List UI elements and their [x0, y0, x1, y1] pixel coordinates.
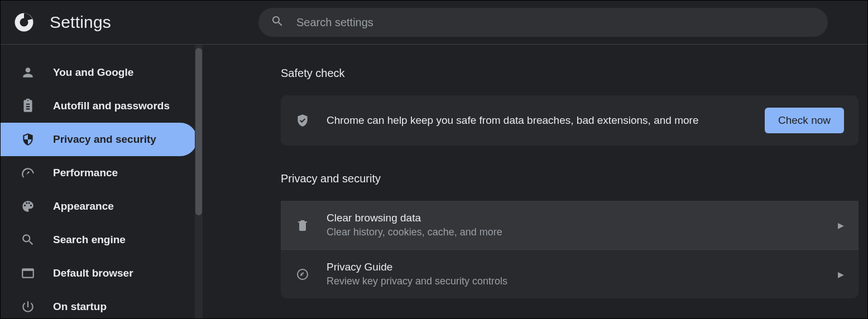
- scrollbar-track[interactable]: [195, 45, 203, 318]
- search-input[interactable]: [296, 16, 816, 29]
- privacy-list: Clear browsing data Clear history, cooki…: [281, 201, 859, 298]
- sidebar-item-search-engine[interactable]: Search engine: [1, 223, 197, 257]
- sidebar-item-appearance[interactable]: Appearance: [1, 190, 197, 223]
- clear-browsing-data-item[interactable]: Clear browsing data Clear history, cooki…: [281, 201, 859, 250]
- safety-check-heading: Safety check: [281, 67, 859, 80]
- sidebar-item-you-and-google[interactable]: You and Google: [1, 56, 197, 89]
- sidebar: You and Google Autofill and passwords Pr…: [1, 45, 203, 318]
- safety-check-text: Chrome can help keep you safe from data …: [327, 114, 748, 127]
- person-icon: [21, 65, 35, 80]
- search-bar[interactable]: [258, 8, 828, 37]
- privacy-guide-item[interactable]: Privacy Guide Review key privacy and sec…: [281, 250, 859, 298]
- list-item-subtitle: Review key privacy and security controls: [327, 276, 821, 287]
- list-item-title: Clear browsing data: [327, 212, 821, 224]
- list-item-title: Privacy Guide: [327, 261, 821, 273]
- palette-icon: [21, 199, 35, 214]
- sidebar-item-autofill[interactable]: Autofill and passwords: [1, 89, 197, 123]
- search-icon: [21, 233, 35, 247]
- chrome-logo-icon: [14, 12, 34, 32]
- speedometer-icon: [21, 166, 35, 180]
- sidebar-item-label: Autofill and passwords: [53, 100, 170, 112]
- chevron-right-icon: ▶: [838, 221, 844, 230]
- sidebar-item-label: Appearance: [53, 200, 114, 212]
- header: Settings: [1, 1, 867, 45]
- list-item-subtitle: Clear history, cookies, cache, and more: [327, 226, 821, 238]
- sidebar-item-label: Search engine: [53, 234, 126, 246]
- sidebar-item-performance[interactable]: Performance: [1, 156, 197, 190]
- shield-icon: [21, 132, 35, 147]
- sidebar-item-label: You and Google: [53, 66, 133, 79]
- safety-check-card: Chrome can help keep you safe from data …: [281, 95, 859, 146]
- sidebar-item-label: Privacy and security: [53, 133, 156, 146]
- sidebar-item-label: Performance: [53, 167, 118, 179]
- sidebar-item-label: On startup: [53, 301, 107, 313]
- sidebar-item-on-startup[interactable]: On startup: [1, 290, 197, 319]
- chevron-right-icon: ▶: [838, 270, 844, 279]
- sidebar-item-privacy[interactable]: Privacy and security: [1, 123, 197, 156]
- search-icon: [271, 14, 284, 30]
- shield-check-icon: [295, 113, 310, 128]
- sidebar-item-label: Default browser: [53, 267, 133, 279]
- privacy-section-heading: Privacy and security: [281, 172, 859, 185]
- check-now-button[interactable]: Check now: [765, 108, 844, 133]
- scrollbar-thumb[interactable]: [195, 48, 202, 215]
- page-title: Settings: [50, 13, 111, 32]
- power-icon: [21, 299, 35, 314]
- clipboard-icon: [21, 99, 35, 113]
- trash-icon: [295, 219, 310, 232]
- browser-icon: [21, 266, 35, 281]
- sidebar-item-default-browser[interactable]: Default browser: [1, 257, 197, 290]
- compass-icon: [295, 268, 310, 281]
- main-content: Safety check Chrome can help keep you sa…: [203, 45, 867, 318]
